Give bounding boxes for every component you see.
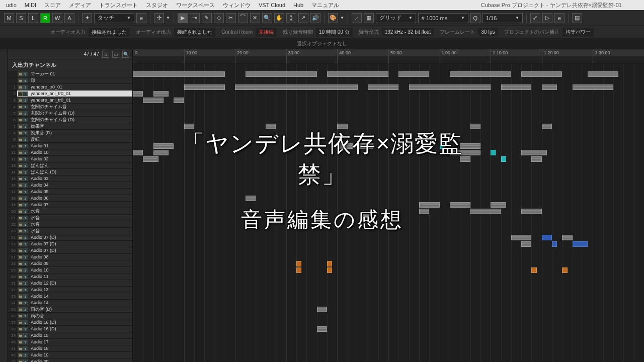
track-row[interactable]: 20 m s 水音 — [8, 208, 132, 215]
track-solo-chip[interactable]: s — [23, 150, 28, 155]
track-row[interactable]: 41 m s Audio 18 — [8, 345, 132, 352]
track-solo-chip[interactable]: s — [23, 157, 28, 161]
track-solo-chip[interactable]: s — [23, 105, 28, 109]
mute-toggle[interactable]: M — [4, 13, 14, 23]
menu-トランスポート[interactable]: トランスポート — [95, 2, 142, 8]
automation-toggle[interactable]: A — [64, 13, 74, 23]
track-row[interactable]: 33 m s Audio 14 — [8, 293, 132, 300]
track-solo-chip[interactable]: s — [23, 72, 28, 76]
automation-mode-icon[interactable]: ✦ — [82, 13, 92, 23]
menu-スタジオ[interactable]: スタジオ — [142, 2, 172, 8]
track-row[interactable]: 3 m s yandere_ani_tr0_01 — [8, 97, 132, 104]
track-mute-chip[interactable]: m — [18, 307, 23, 312]
track-row[interactable]: m s マーカー 01 — [8, 71, 132, 77]
track-row[interactable]: 42 m s Audio 19 — [8, 352, 132, 358]
track-mute-chip[interactable]: m — [18, 229, 23, 233]
track-row[interactable]: 31 m s Audio 12 (D) — [8, 280, 132, 287]
track-mute-chip[interactable]: m — [18, 137, 23, 142]
track-row[interactable]: 14 m s ぱんぱん (D) — [8, 169, 132, 175]
track-row[interactable]: 35 m s 雨の音 (D) — [8, 306, 132, 313]
audio-clip[interactable] — [235, 84, 358, 90]
track-solo-chip[interactable]: s — [23, 118, 28, 122]
track-solo-chip[interactable]: s — [23, 235, 28, 240]
read-toggle[interactable]: R — [40, 13, 50, 23]
window-layout-2-icon[interactable]: ▷ — [542, 13, 552, 23]
color-tool-icon[interactable]: 🎨 — [328, 13, 338, 23]
track-mute-chip[interactable]: m — [18, 301, 23, 305]
audio-clip[interactable] — [153, 143, 174, 149]
menu-udio[interactable]: udio — [2, 2, 21, 8]
track-row[interactable]: 24 m s Audio 07 (D) — [8, 234, 132, 241]
track-mute-chip[interactable]: m — [18, 196, 23, 201]
track-mute-chip[interactable]: m — [18, 340, 23, 344]
track-mute-chip[interactable]: m — [18, 281, 23, 286]
track-row[interactable]: 5 m s 玄関のチャイム音 (D) — [8, 110, 132, 117]
menu-hub[interactable]: Hub — [289, 2, 307, 8]
audio-clip[interactable] — [296, 261, 301, 266]
split-tool-icon[interactable]: ✂ — [226, 13, 236, 23]
menu-midi[interactable]: MIDI — [21, 2, 40, 8]
track-row[interactable]: 43 m s Audio 20 — [8, 358, 132, 362]
track-solo-chip[interactable]: s — [23, 124, 28, 129]
menu-ワークスペース[interactable]: ワークスペース — [172, 2, 219, 8]
track-mute-chip[interactable]: m — [18, 72, 23, 76]
track-solo-chip[interactable]: s — [23, 183, 28, 188]
track-row[interactable]: 12 m s Audio 02 — [8, 156, 132, 162]
window-layout-1-icon[interactable]: ⤢ — [530, 13, 540, 23]
track-mute-chip[interactable]: m — [18, 327, 23, 331]
menu-マニュアル[interactable]: マニュアル — [307, 2, 343, 8]
audio-clip[interactable] — [450, 202, 470, 208]
range-tool-icon[interactable]: ⇥ — [190, 13, 200, 23]
track-row[interactable]: 29 m s Audio 10 — [8, 267, 132, 274]
audio-clip[interactable] — [460, 143, 480, 149]
audio-clip[interactable] — [133, 150, 143, 155]
track-mute-chip[interactable]: m — [18, 144, 23, 148]
window-layout-4-icon[interactable]: ▤ — [572, 13, 582, 23]
track-solo-chip[interactable]: s — [23, 327, 28, 331]
track-solo-chip[interactable]: s — [23, 196, 28, 201]
track-solo-chip[interactable]: s — [23, 85, 28, 89]
track-mute-chip[interactable]: m — [18, 235, 23, 240]
audio-clip[interactable] — [246, 196, 256, 201]
track-mute-chip[interactable]: m — [18, 320, 23, 325]
write-toggle[interactable]: W — [52, 13, 62, 23]
audio-clip[interactable] — [521, 150, 547, 155]
audio-clip[interactable] — [491, 202, 506, 208]
track-solo-chip[interactable]: s — [23, 111, 28, 116]
audio-clip[interactable] — [573, 241, 588, 247]
track-solo-chip[interactable]: s — [23, 261, 28, 266]
track-solo-chip[interactable]: s — [23, 209, 28, 214]
track-solo-chip[interactable]: s — [23, 92, 28, 96]
track-mute-chip[interactable]: m — [18, 209, 23, 214]
track-solo-chip[interactable]: s — [23, 176, 28, 181]
audio-clip[interactable] — [337, 124, 347, 129]
quantize-dropdown[interactable]: 1/16▼ — [482, 13, 523, 23]
track-row[interactable]: 13 m s ぱんぱん — [8, 162, 132, 169]
track-solo-chip[interactable]: s — [23, 170, 28, 174]
menu-スコア[interactable]: スコア — [40, 2, 65, 8]
track-mute-chip[interactable]: m — [18, 359, 23, 363]
audio-clip[interactable] — [337, 143, 352, 149]
home-icon[interactable]: ⌂ — [102, 51, 109, 58]
track-solo-chip[interactable]: s — [23, 137, 28, 142]
audio-clip[interactable] — [531, 156, 541, 162]
track-row[interactable]: 6 m s 玄関のチャイム音 (D) — [8, 117, 132, 123]
audio-clip[interactable] — [133, 71, 225, 77]
draw-tool-icon[interactable]: ✎ — [202, 13, 212, 23]
audio-clip[interactable] — [542, 124, 552, 129]
track-row[interactable]: 2 m s yandere_ani_tr0_01 — [8, 90, 132, 97]
audio-clip[interactable] — [419, 209, 429, 214]
audio-clip[interactable] — [266, 124, 276, 129]
search-icon[interactable]: 🔍 — [122, 51, 129, 58]
track-mute-chip[interactable]: m — [18, 157, 23, 161]
track-row[interactable]: 32 m s Audio 13 — [8, 287, 132, 293]
track-solo-chip[interactable]: s — [23, 190, 28, 194]
solo-toggle[interactable]: S — [16, 13, 26, 23]
e-button[interactable]: e — [136, 13, 146, 23]
track-mute-chip[interactable]: m — [18, 222, 23, 227]
audio-clip[interactable] — [491, 150, 496, 155]
track-mute-chip[interactable]: m — [18, 150, 23, 155]
track-solo-chip[interactable]: s — [23, 281, 28, 286]
audio-clip[interactable] — [588, 71, 618, 77]
track-row[interactable]: 15 m s Audio 03 — [8, 175, 132, 182]
